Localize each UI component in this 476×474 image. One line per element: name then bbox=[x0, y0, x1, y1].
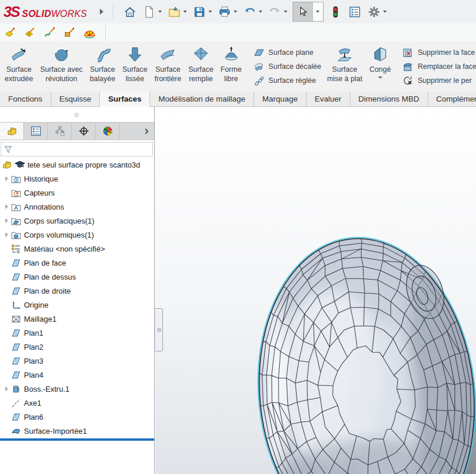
ribbon-button-label-2: remplie bbox=[189, 74, 213, 83]
tree-filter-input[interactable] bbox=[13, 144, 152, 155]
print-dropdown[interactable] bbox=[234, 11, 237, 13]
ribbon-button[interactable]: Surface balayée bbox=[86, 41, 119, 92]
commandmanager-tab[interactable]: Marquage bbox=[254, 92, 307, 106]
commandmanager-tab[interactable]: Evaluer bbox=[307, 92, 350, 106]
options-dropdown[interactable] bbox=[383, 11, 387, 13]
tree-item[interactable]: Corps surfaciques(1) bbox=[0, 214, 154, 228]
tree-item[interactable]: Matériau <non spécifié> bbox=[0, 242, 154, 256]
commandmanager-tab[interactable]: Compléments bbox=[428, 92, 476, 106]
undo-button[interactable] bbox=[241, 2, 265, 21]
expand-arrow[interactable] bbox=[3, 204, 10, 209]
tab-featuremanager[interactable] bbox=[0, 123, 24, 140]
tree-item[interactable]: Plan de dessus bbox=[0, 270, 154, 284]
tree-item[interactable]: Capteurs bbox=[0, 186, 154, 200]
commandmanager-tab[interactable]: Esquisse bbox=[51, 92, 100, 106]
tree-item[interactable]: Plan de face bbox=[0, 256, 154, 270]
tab-propertymanager[interactable] bbox=[24, 123, 48, 140]
save-dropdown[interactable] bbox=[209, 11, 212, 13]
commandmanager-tab[interactable]: Modélisation de maillage bbox=[150, 92, 254, 106]
print-button[interactable] bbox=[216, 2, 239, 21]
tree-item-icon bbox=[11, 244, 21, 254]
ribbon-button[interactable]: Surface extrudée bbox=[1, 41, 37, 92]
tree-item[interactable]: Axe1 bbox=[0, 396, 154, 410]
ribbon-list-button[interactable]: Supprimer la face bbox=[402, 47, 476, 58]
viewport-canvas[interactable] bbox=[155, 107, 476, 474]
panel-collapse-handle[interactable] bbox=[155, 308, 163, 351]
select-tool-split-button[interactable] bbox=[293, 2, 324, 22]
tree-filter[interactable] bbox=[1, 142, 153, 156]
home-button[interactable] bbox=[121, 2, 139, 21]
tree-item[interactable]: Plan3 bbox=[0, 354, 154, 368]
display-pane-button[interactable] bbox=[346, 2, 364, 21]
ribbon-list-button[interactable]: Supprimer le per bbox=[402, 75, 476, 86]
tab-dimxpertmanager[interactable] bbox=[72, 123, 96, 140]
panel-splitter-dot[interactable] bbox=[74, 113, 79, 117]
scan-fan-button[interactable] bbox=[81, 25, 98, 40]
tree-item[interactable]: Plan de droite bbox=[0, 284, 154, 298]
tab-configurationmanager[interactable] bbox=[48, 123, 72, 140]
redo-button[interactable] bbox=[266, 2, 290, 21]
viewport-3d[interactable] bbox=[155, 107, 476, 474]
expand-arrow[interactable] bbox=[3, 218, 10, 223]
ribbon-list-label: Remplacer la face bbox=[418, 62, 476, 71]
menu-flyout-arrow-icon[interactable] bbox=[100, 9, 103, 15]
tree-item[interactable]: Plan2 bbox=[0, 340, 154, 354]
fillet-button[interactable]: Congé bbox=[366, 41, 394, 92]
tree-item[interactable]: Annotations bbox=[0, 200, 154, 214]
ribbon-list-icon bbox=[253, 61, 265, 72]
ribbon-button-label-1: Surface bbox=[6, 65, 32, 74]
tree-item[interactable]: Maillage1 bbox=[0, 312, 154, 326]
commandmanager-tab[interactable]: Surfaces bbox=[99, 92, 150, 107]
tree-item-label: Plan de dessus bbox=[24, 273, 76, 281]
scan-solid-wizard-button[interactable] bbox=[61, 25, 78, 40]
surface-flatten-button[interactable]: Surface mise à plat bbox=[324, 41, 366, 92]
scan-surface-wizard-button[interactable] bbox=[2, 25, 18, 40]
scan-mesh-wizard-button[interactable] bbox=[22, 25, 38, 40]
tree-item[interactable]: Plan6 bbox=[0, 410, 154, 424]
scan-fan-icon bbox=[84, 26, 96, 39]
ribbon-list-button[interactable]: Surface décalée bbox=[253, 61, 321, 72]
tree-item[interactable]: Historique bbox=[0, 172, 154, 186]
select-tool-dropdown[interactable] bbox=[312, 2, 323, 21]
save-button[interactable] bbox=[190, 2, 214, 21]
tree-item[interactable]: Plan1 bbox=[0, 326, 154, 340]
undo-dropdown[interactable] bbox=[259, 11, 262, 13]
commandmanager-tab[interactable]: Dimensions MBD bbox=[350, 92, 428, 106]
select-tool-button[interactable] bbox=[293, 2, 312, 21]
tree-root[interactable]: tete seul surface propre scanto3d bbox=[0, 158, 154, 172]
ribbon-list-button[interactable]: Surface plane bbox=[253, 47, 321, 58]
expand-arrow[interactable] bbox=[3, 232, 10, 237]
rollback-bar[interactable] bbox=[0, 438, 154, 441]
interference-check-button[interactable] bbox=[326, 2, 345, 21]
ribbon-button[interactable]: Forme libre bbox=[217, 41, 245, 92]
scan-curve-wizard-button[interactable] bbox=[41, 25, 58, 40]
manager-tab-overflow[interactable] bbox=[139, 123, 154, 140]
tab-displaymanager[interactable] bbox=[96, 123, 120, 140]
commandmanager-tab[interactable]: Fonctions bbox=[0, 92, 51, 106]
fillet-dropdown[interactable] bbox=[378, 76, 383, 79]
ribbon-button-label-2: lissée bbox=[126, 74, 144, 83]
tree-item[interactable]: Corps volumiques(1) bbox=[0, 228, 154, 242]
ribbon-button[interactable]: Surface lissée bbox=[119, 41, 151, 92]
open-dropdown[interactable] bbox=[183, 11, 187, 13]
redo-dropdown[interactable] bbox=[284, 11, 287, 13]
expand-arrow[interactable] bbox=[3, 386, 10, 391]
tree-item[interactable]: Surface-Importée1 bbox=[0, 424, 154, 438]
new-document-dropdown[interactable] bbox=[158, 11, 162, 13]
options-button[interactable] bbox=[365, 2, 389, 21]
ribbon-button[interactable]: Surface avec révolution bbox=[37, 41, 86, 92]
ribbon-button[interactable]: Surface frontière bbox=[151, 41, 185, 92]
ribbon-list-button[interactable]: Surface réglée bbox=[253, 75, 321, 86]
ribbon-button[interactable]: Surface remplie bbox=[185, 41, 217, 92]
expand-arrow[interactable] bbox=[3, 176, 10, 181]
solidworks-logo[interactable]: 3S SOLID WORKS bbox=[4, 4, 87, 20]
tree-item[interactable]: Plan4 bbox=[0, 368, 154, 382]
ribbon-list-button[interactable]: Remplacer la face bbox=[402, 61, 476, 72]
scan-surface-wizard-icon bbox=[4, 26, 16, 39]
fillet-label: Congé bbox=[369, 65, 391, 74]
tree-item[interactable]: Origine bbox=[0, 298, 154, 312]
open-button[interactable] bbox=[165, 2, 189, 21]
tab-label: Fonctions bbox=[8, 95, 43, 103]
new-document-button[interactable] bbox=[140, 2, 164, 21]
tree-item[interactable]: Boss.-Extru.1 bbox=[0, 382, 154, 396]
